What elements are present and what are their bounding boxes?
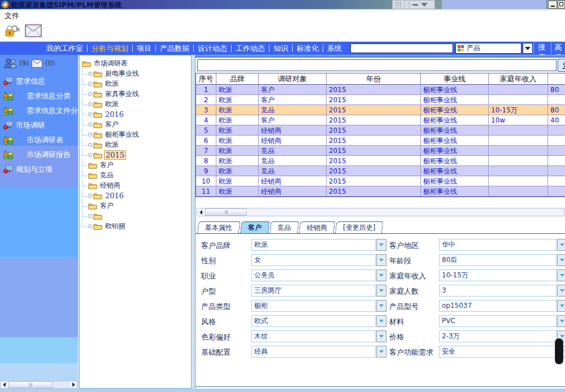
field-input[interactable]: 橱柜 (251, 300, 376, 312)
field-dropdown-button[interactable] (557, 285, 565, 297)
tree-node[interactable]: 2016 (82, 109, 191, 119)
gadget-chevron-down-icon[interactable] (421, 3, 428, 7)
field-input[interactable]: 安全 (439, 346, 557, 358)
field-dropdown-button[interactable] (376, 330, 386, 342)
scrollbar-thumb[interactable] (205, 208, 247, 216)
tree-node[interactable]: 欧派 (82, 99, 191, 109)
tree-node[interactable]: 2015 (82, 150, 191, 160)
sidebar-item[interactable]: 规划与立项 (0, 162, 78, 177)
nav-item[interactable]: 设计动态 (194, 45, 232, 52)
category-dropdown-button[interactable] (523, 43, 533, 54)
tree-node[interactable]: 欧派 (82, 140, 191, 150)
tree-expand-handle[interactable] (88, 92, 92, 96)
advanced-button[interactable]: 高级 (551, 42, 565, 54)
field-input[interactable]: 经典 (251, 346, 376, 358)
tree-expand-handle[interactable] (88, 214, 92, 218)
sidebar-item[interactable]: 市场调研表 (0, 133, 78, 147)
field-dropdown-button[interactable] (376, 285, 386, 297)
filter-input[interactable] (197, 59, 557, 71)
tree-expand-handle[interactable] (88, 72, 92, 76)
detail-tab[interactable]: 基本属性 (197, 221, 240, 234)
field-dropdown-button[interactable] (376, 315, 386, 327)
gadget-minus-icon[interactable] (412, 4, 418, 6)
table-row[interactable]: 4 欧派 客户 2015 橱柜事业线 10w 40 (196, 115, 565, 125)
tree-expand-handle[interactable] (88, 102, 92, 106)
tree-node[interactable]: 客户 (82, 119, 191, 129)
nav-item[interactable]: 产品数据 (156, 45, 194, 52)
field-dropdown-button[interactable] (557, 315, 565, 327)
table-row[interactable]: 11 欧派 经销商 2015 橱柜事业线 (196, 186, 565, 197)
field-dropdown-button[interactable] (557, 269, 565, 281)
field-input[interactable]: 2-3万 (439, 330, 557, 342)
table-row[interactable]: 3 欧派 竞品 2015 橱柜事业线 10-15万 80 (196, 105, 565, 115)
column-header[interactable]: 事业线 (421, 73, 489, 85)
sidebar-item[interactable]: 市场调研报告 (0, 147, 78, 162)
table-row[interactable]: 7 欧派 竞品 2015 橱柜事业线 (196, 146, 565, 156)
column-header[interactable] (548, 73, 565, 85)
nav-item[interactable]: 分析与规划 (88, 45, 133, 52)
tree-node[interactable]: 2016 (82, 190, 191, 201)
tree-expand-handle[interactable] (88, 224, 92, 228)
nav-item[interactable]: 系统 (323, 45, 346, 52)
restore-button[interactable] (558, 1, 565, 8)
tree-expand-handle[interactable] (88, 112, 92, 116)
table-row[interactable]: 6 欧派 经销商 2015 橱柜事业线 (196, 136, 565, 146)
sidebar-item[interactable]: 市场调研 (0, 118, 78, 133)
sidebar-item[interactable]: 需求信息 (0, 74, 78, 89)
tree-node[interactable]: 欧派 (82, 79, 191, 89)
tree-node[interactable] (82, 211, 191, 221)
detail-tab[interactable]: 竞品 (270, 221, 299, 234)
tree-node[interactable]: 经销商 (82, 180, 191, 190)
tree-node[interactable]: 橱柜事业线 (82, 129, 191, 140)
table-row[interactable]: 9 欧派 竞品 2015 橱柜事业线 (196, 166, 565, 176)
tree-node[interactable]: 客户 (82, 201, 191, 211)
nav-item[interactable]: 标准化 (293, 45, 323, 52)
field-dropdown-button[interactable] (376, 300, 386, 312)
field-input[interactable]: op15037 (439, 300, 557, 312)
detail-tab[interactable]: [变更历史] (335, 221, 384, 234)
tree-node[interactable]: 客户 (82, 160, 191, 170)
tree-node[interactable]: 欧铂丽 (82, 221, 191, 231)
sidebar-hscrollbar[interactable] (0, 381, 77, 389)
field-dropdown-button[interactable] (376, 346, 386, 358)
field-input[interactable]: 欧派 (251, 239, 376, 251)
column-header[interactable]: 家庭年收入 (489, 73, 548, 85)
tree-node[interactable]: 家具事业线 (82, 89, 191, 99)
tree-expand-handle[interactable] (88, 123, 92, 127)
envelope-icon[interactable] (25, 24, 42, 37)
mail-icon[interactable] (31, 59, 43, 68)
field-input[interactable]: 三房两厅 (251, 285, 376, 297)
nav-item[interactable]: 我的工作室 (42, 45, 88, 52)
table-row[interactable]: 5 欧派 经销商 2015 橱柜事业线 (196, 125, 565, 136)
column-header[interactable]: 年份 (327, 73, 421, 85)
lock-key-icon[interactable] (5, 24, 20, 38)
window-gadget[interactable] (392, 0, 435, 9)
scroll-left-icon[interactable] (1, 381, 7, 388)
field-dropdown-button[interactable] (557, 300, 565, 312)
field-input[interactable]: 欧式 (251, 315, 376, 327)
field-input[interactable]: 女 (251, 254, 376, 266)
field-input[interactable]: 木纹 (251, 330, 376, 342)
query-button[interactable]: 查 (558, 59, 565, 72)
field-dropdown-button[interactable] (557, 254, 565, 266)
users-icon[interactable] (3, 58, 17, 68)
scrollbar-thumb[interactable] (8, 381, 53, 388)
tree-node[interactable]: 厨电事业线 (82, 68, 191, 79)
sidebar-item[interactable]: 需求信息文件分类 (0, 103, 78, 118)
field-dropdown-button[interactable] (376, 269, 386, 281)
column-header[interactable]: 品牌 (216, 73, 259, 85)
scroll-left-icon[interactable] (197, 209, 204, 216)
tree-expand-handle[interactable] (88, 143, 92, 147)
nav-item[interactable]: 项目 (133, 45, 156, 52)
sidebar-item[interactable]: 需求信息分类 (0, 89, 78, 103)
column-header[interactable]: 调研对象 (259, 73, 327, 85)
field-dropdown-button[interactable] (376, 254, 386, 266)
tree-expand-handle[interactable] (88, 153, 92, 157)
nav-item[interactable]: 知识 (270, 45, 293, 52)
scroll-right-icon[interactable] (70, 381, 77, 388)
field-dropdown-button[interactable] (376, 239, 386, 251)
tree-node[interactable]: 竞品 (82, 170, 191, 180)
minimize-button[interactable] (548, 1, 557, 8)
search-input[interactable] (350, 43, 453, 53)
table-row[interactable]: 2 欧派 客户 2015 橱柜事业线 (196, 95, 565, 105)
